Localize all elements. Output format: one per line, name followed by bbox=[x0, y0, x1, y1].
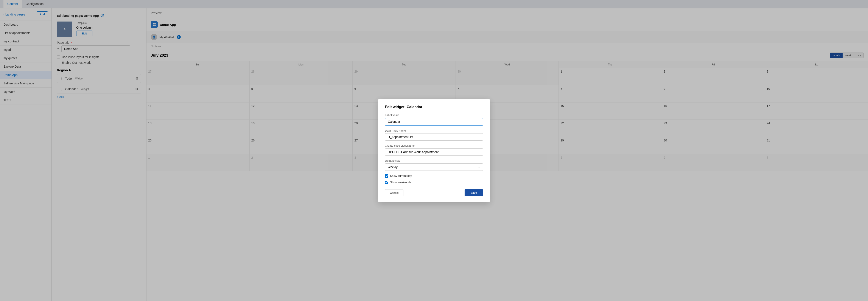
cancel-button[interactable]: Cancel bbox=[385, 189, 403, 196]
show-weekends-checkbox[interactable] bbox=[385, 181, 388, 184]
label-value-group: Label value bbox=[385, 113, 483, 126]
show-current-day-label: Show current day bbox=[390, 174, 412, 177]
show-current-day-group: Show current day bbox=[385, 174, 483, 178]
default-view-label: Default view bbox=[385, 159, 483, 162]
data-page-label: Data Page name bbox=[385, 129, 483, 132]
default-view-group: Default view Weekly Daily Monthly bbox=[385, 159, 483, 171]
show-weekends-label: Show week-ends bbox=[390, 181, 411, 184]
create-case-label: Create case className bbox=[385, 144, 483, 147]
show-weekends-group: Show week-ends bbox=[385, 181, 483, 184]
modal-actions: Cancel Save bbox=[385, 189, 483, 196]
save-button[interactable]: Save bbox=[465, 189, 483, 196]
label-value-label: Label value bbox=[385, 113, 483, 117]
default-view-select[interactable]: Weekly Daily Monthly bbox=[385, 163, 483, 171]
modal-overlay: Edit widget: Calendar Label value Data P… bbox=[0, 0, 868, 301]
label-value-input[interactable] bbox=[385, 118, 483, 126]
show-current-day-checkbox[interactable] bbox=[385, 174, 388, 178]
create-case-input[interactable] bbox=[385, 148, 483, 156]
data-page-group: Data Page name bbox=[385, 129, 483, 141]
create-case-group: Create case className bbox=[385, 144, 483, 156]
modal-title: Edit widget: Calendar bbox=[385, 105, 483, 109]
data-page-input[interactable] bbox=[385, 133, 483, 141]
edit-widget-modal: Edit widget: Calendar Label value Data P… bbox=[378, 99, 490, 202]
